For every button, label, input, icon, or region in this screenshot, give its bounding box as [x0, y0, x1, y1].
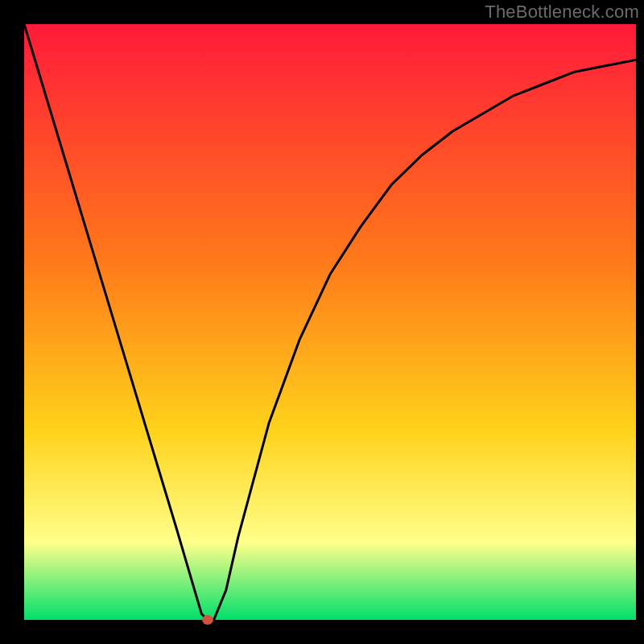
chart-svg — [0, 0, 644, 644]
optimum-marker — [202, 615, 213, 625]
chart-container: { "watermark": "TheBottleneck.com", "cha… — [0, 0, 644, 644]
plot-background — [24, 24, 636, 620]
watermark-text: TheBottleneck.com — [485, 2, 639, 23]
